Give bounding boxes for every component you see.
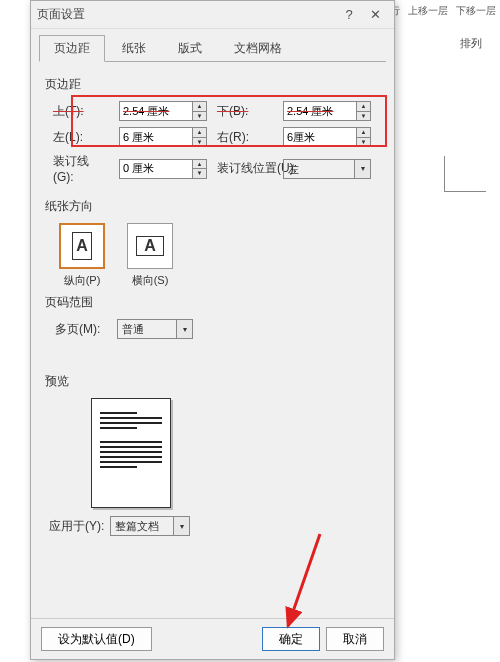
label-apply-to: 应用于(Y): bbox=[49, 518, 104, 535]
spin-down-icon[interactable]: ▼ bbox=[193, 111, 207, 122]
section-orientation: 纸张方向 bbox=[45, 198, 380, 215]
close-button[interactable]: ✕ bbox=[362, 7, 388, 22]
spin-down-icon[interactable]: ▼ bbox=[357, 137, 371, 148]
apply-to-select[interactable]: 整篇文档 ▾ bbox=[110, 516, 190, 536]
label-left: 左(L): bbox=[53, 129, 109, 146]
titlebar: 页面设置 ? ✕ bbox=[31, 1, 394, 29]
tab-grid[interactable]: 文档网格 bbox=[219, 35, 297, 62]
dialog-footer: 设为默认值(D) 确定 取消 bbox=[31, 618, 394, 659]
margin-bottom-input[interactable]: ▲▼ bbox=[283, 101, 371, 121]
tabstrip: 页边距 纸张 版式 文档网格 bbox=[31, 29, 394, 62]
spin-up-icon[interactable]: ▲ bbox=[193, 159, 207, 169]
gutter-input[interactable]: ▲▼ bbox=[119, 159, 207, 179]
tab-margins[interactable]: 页边距 bbox=[39, 35, 105, 62]
chevron-down-icon[interactable]: ▾ bbox=[174, 516, 190, 536]
tab-layout[interactable]: 版式 bbox=[163, 35, 217, 62]
chevron-down-icon[interactable]: ▾ bbox=[355, 159, 371, 179]
portrait-label: 纵向(P) bbox=[59, 273, 105, 288]
label-right: 右(R): bbox=[217, 129, 273, 146]
dialog-title: 页面设置 bbox=[37, 6, 336, 23]
section-preview: 预览 bbox=[45, 373, 380, 390]
spin-down-icon[interactable]: ▼ bbox=[357, 111, 371, 122]
ok-button[interactable]: 确定 bbox=[262, 627, 320, 651]
ribbon-group-align: 排列 bbox=[460, 36, 482, 51]
section-margins: 页边距 bbox=[45, 76, 380, 93]
multipage-select[interactable]: 普通 ▾ bbox=[117, 319, 193, 339]
margin-bottom-field[interactable] bbox=[283, 101, 357, 121]
spin-up-icon[interactable]: ▲ bbox=[357, 127, 371, 137]
spin-up-icon[interactable]: ▲ bbox=[357, 101, 371, 111]
margin-left-input[interactable]: ▲▼ bbox=[119, 127, 207, 147]
margin-right-input[interactable]: ▲▼ bbox=[283, 127, 371, 147]
preview-page bbox=[91, 398, 171, 508]
tab-paper[interactable]: 纸张 bbox=[107, 35, 161, 62]
label-multipage: 多页(M): bbox=[55, 321, 111, 338]
gutter-field[interactable] bbox=[119, 159, 193, 179]
gutter-pos-select[interactable]: 左 ▾ bbox=[283, 159, 371, 179]
ribbon-fragment: 行上移一层下移一层 bbox=[386, 4, 500, 18]
margin-right-field[interactable] bbox=[283, 127, 357, 147]
label-gutter-pos: 装订线位置(U): bbox=[217, 160, 273, 177]
margin-left-field[interactable] bbox=[119, 127, 193, 147]
margin-top-input[interactable]: ▲▼ bbox=[119, 101, 207, 121]
orientation-portrait[interactable]: A 纵向(P) bbox=[59, 223, 105, 288]
section-range: 页码范围 bbox=[45, 294, 380, 311]
orientation-landscape[interactable]: A 横向(S) bbox=[127, 223, 173, 288]
label-gutter: 装订线(G): bbox=[53, 153, 109, 184]
spin-up-icon[interactable]: ▲ bbox=[193, 101, 207, 111]
spin-up-icon[interactable]: ▲ bbox=[193, 127, 207, 137]
chevron-down-icon[interactable]: ▾ bbox=[177, 319, 193, 339]
gutter-pos-value: 左 bbox=[283, 159, 355, 179]
margin-top-field[interactable] bbox=[119, 101, 193, 121]
label-top: 上(T): bbox=[53, 103, 109, 120]
set-default-button[interactable]: 设为默认值(D) bbox=[41, 627, 152, 651]
multipage-value: 普通 bbox=[117, 319, 177, 339]
page-setup-dialog: 页面设置 ? ✕ 页边距 纸张 版式 文档网格 页边距 上(T): ▲▼ 下(B… bbox=[30, 0, 395, 660]
dialog-body: 页边距 上(T): ▲▼ 下(B): ▲▼ 左(L): ▲▼ 右(R): ▲▼ bbox=[31, 62, 394, 618]
label-bottom: 下(B): bbox=[217, 103, 273, 120]
spin-down-icon[interactable]: ▼ bbox=[193, 168, 207, 179]
apply-to-value: 整篇文档 bbox=[110, 516, 174, 536]
canvas-object-fragment bbox=[444, 156, 486, 192]
spin-down-icon[interactable]: ▼ bbox=[193, 137, 207, 148]
cancel-button[interactable]: 取消 bbox=[326, 627, 384, 651]
help-button[interactable]: ? bbox=[336, 7, 362, 22]
landscape-label: 横向(S) bbox=[127, 273, 173, 288]
